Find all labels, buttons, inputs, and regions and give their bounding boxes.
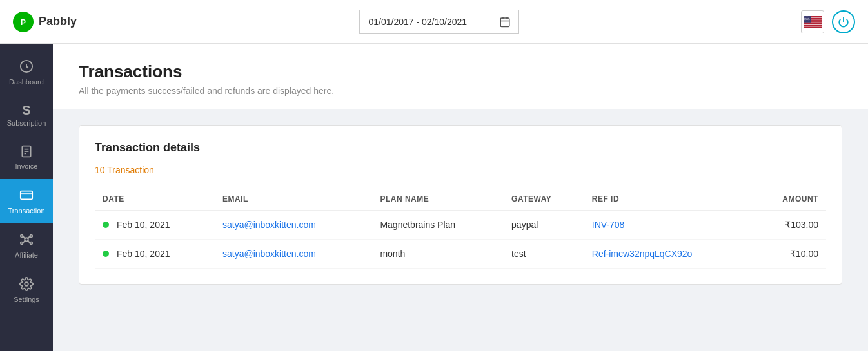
svg-rect-13 [804,22,822,23]
col-header-plan: PLAN NAME [372,188,504,211]
transaction-icon [19,188,34,204]
svg-line-51 [28,236,30,240]
date-range-input[interactable] [359,10,491,34]
row-plan-1: month [372,240,504,269]
sidebar-item-settings-label: Settings [14,296,39,303]
transaction-count: 10 Transaction [95,165,826,175]
sidebar-item-dashboard[interactable]: Dashboard [0,50,53,95]
row-gateway-1: test [504,240,584,269]
sidebar-item-dashboard-label: Dashboard [9,78,44,86]
col-header-date: DATE [95,188,215,211]
dashboard-icon [19,59,34,75]
ref-link-0[interactable]: INV-708 [592,220,625,230]
svg-rect-43 [21,191,32,200]
sidebar-item-invoice[interactable]: Invoice [0,136,53,179]
svg-point-46 [21,235,23,238]
row-amount-1: ₹10.00 [752,240,826,269]
pabbly-logo: P [13,12,34,32]
sidebar-item-settings[interactable]: Settings [0,268,53,312]
status-dot-0 [103,222,109,228]
logo-area: P Pabbly [13,12,77,32]
svg-line-50 [23,236,26,240]
table-header-row: DATE EMAIL PLAN NAME GATEWAY REF ID AMOU… [95,188,826,211]
svg-point-48 [21,242,23,245]
svg-rect-17 [804,26,822,26]
row-date-1: Feb 10, 2021 [95,240,215,269]
language-flag-button[interactable]: ★★★★★ ★★★★ ★★★★★ ★★★★ [801,10,824,33]
svg-point-47 [30,235,33,238]
header-right: ★★★★★ ★★★★ ★★★★★ ★★★★ [801,10,855,33]
page-header: Transactions All the payments success/fa… [53,44,868,109]
sidebar-item-invoice-label: Invoice [15,162,38,170]
svg-rect-18 [804,26,822,27]
sidebar: Dashboard S Subscription Invoice [0,44,53,351]
power-button[interactable] [832,10,855,33]
svg-rect-16 [804,24,822,25]
date-range-area [359,10,519,34]
row-email-0: satya@inboxkitten.com [215,211,372,240]
subscription-icon: S [22,104,30,117]
svg-text:P: P [21,18,26,27]
main-layout: Dashboard S Subscription Invoice [0,44,868,351]
svg-line-53 [28,240,30,243]
sidebar-item-affiliate-label: Affiliate [15,251,38,259]
settings-icon [19,277,34,293]
svg-rect-14 [804,23,822,24]
top-header: P Pabbly [0,0,868,44]
sidebar-item-subscription-label: Subscription [7,119,46,127]
email-link-1[interactable]: satya@inboxkitten.com [222,249,316,259]
logo-text: Pabbly [39,15,77,28]
affiliate-icon [19,232,34,249]
invoice-icon [20,145,33,160]
row-refid-1: Ref-imcw32npqLqCX92o [584,240,752,269]
col-header-amount: AMOUNT [752,188,826,211]
row-date-0: Feb 10, 2021 [95,211,215,240]
svg-point-54 [25,282,28,286]
transaction-card: Transaction details 10 Transaction DATE … [79,125,842,285]
email-link-0[interactable]: satya@inboxkitten.com [222,220,316,230]
svg-point-49 [30,242,33,245]
col-header-refid: REF ID [584,188,752,211]
content-body: Transaction details 10 Transaction DATE … [53,109,868,300]
table-row: Feb 10, 2021 satya@inboxkitten.com Magne… [95,211,826,240]
card-title: Transaction details [95,141,826,155]
ref-link-1[interactable]: Ref-imcw32npqLqCX92o [592,249,693,259]
row-plan-0: Magnetbrains Plan [372,211,504,240]
row-email-1: satya@inboxkitten.com [215,240,372,269]
calendar-button[interactable] [491,10,519,34]
row-refid-0: INV-708 [584,211,752,240]
col-header-email: EMAIL [215,188,372,211]
sidebar-item-transaction[interactable]: Transaction [0,179,53,223]
col-header-gateway: GATEWAY [504,188,584,211]
table-row: Feb 10, 2021 satya@inboxkitten.com month… [95,240,826,269]
page-title: Transactions [79,62,842,82]
transactions-table: DATE EMAIL PLAN NAME GATEWAY REF ID AMOU… [95,188,826,269]
main-content: Transactions All the payments success/fa… [53,44,868,351]
status-dot-1 [103,251,109,257]
page-subtitle: All the payments success/failed and refu… [79,86,842,96]
sidebar-item-subscription[interactable]: S Subscription [0,95,53,136]
svg-rect-15 [804,24,822,24]
row-amount-0: ₹103.00 [752,211,826,240]
sidebar-item-transaction-label: Transaction [8,207,44,214]
row-gateway-0: paypal [504,211,584,240]
sidebar-item-affiliate[interactable]: Affiliate [0,223,53,268]
svg-line-52 [23,240,26,243]
svg-rect-2 [500,18,509,27]
